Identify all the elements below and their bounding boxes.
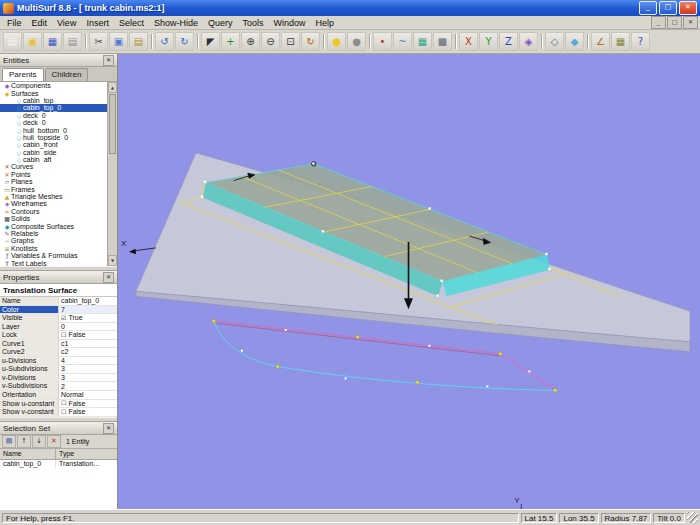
zoom-out-icon[interactable]: ⊖ — [261, 32, 280, 51]
scrollbar-thumb[interactable] — [109, 94, 116, 154]
tree-item[interactable]: ▲ Triangle Meshes — [0, 193, 117, 200]
mdi-close-button[interactable]: ✕ — [683, 16, 698, 29]
tree-item[interactable]: ◆ Composite Surfaces — [0, 222, 117, 229]
tree-item[interactable]: ✕ Curves — [0, 163, 117, 170]
property-value[interactable]: c1 — [59, 340, 117, 348]
entities-scrollbar[interactable]: ▲ ▼ — [107, 82, 117, 266]
view-x-icon[interactable]: X — [459, 32, 478, 51]
property-value[interactable]: 2 — [59, 382, 117, 390]
help-icon[interactable]: ? — [631, 32, 650, 51]
column-header-type[interactable]: Type — [56, 449, 74, 459]
selection-down-icon[interactable]: ↓ — [32, 435, 46, 448]
tree-item[interactable]: ~ Graphs — [0, 237, 117, 244]
tree-item[interactable]: ◇ cabin_aft — [0, 156, 117, 163]
property-row[interactable]: v-Subdivisions 2 — [0, 382, 117, 391]
tree-item[interactable]: ≈ Contours — [0, 208, 117, 215]
property-row[interactable]: Curve1 c1 — [0, 340, 117, 349]
tree-item[interactable]: ◇ cabin_front — [0, 141, 117, 148]
zoom-window-icon[interactable]: ⊡ — [281, 32, 300, 51]
property-value[interactable]: Normal — [59, 391, 117, 399]
property-row[interactable]: v-Divisions 3 — [0, 374, 117, 383]
wireframe-icon[interactable]: ◇ — [545, 32, 564, 51]
scroll-up-icon[interactable]: ▲ — [108, 82, 117, 93]
property-value[interactable]: 3 — [59, 365, 117, 373]
checkbox-icon[interactable]: ☐ — [61, 400, 66, 406]
menu-item[interactable]: Tools — [237, 17, 268, 29]
resize-grip[interactable] — [687, 512, 698, 523]
maximize-button[interactable]: □ — [659, 1, 677, 15]
property-row[interactable]: u-Divisions 4 — [0, 357, 117, 366]
menu-item[interactable]: Help — [311, 17, 340, 29]
toolbar-button[interactable] — [585, 33, 590, 50]
column-header-name[interactable]: Name — [0, 449, 56, 459]
toolbar-button[interactable] — [195, 33, 200, 50]
tree-item[interactable]: ◆ Surfaces — [0, 89, 117, 96]
tree-item[interactable]: ■ Solids — [0, 215, 117, 222]
tree-item[interactable]: ≡ Knotlists — [0, 245, 117, 252]
grid-icon[interactable]: ▦ — [611, 32, 630, 51]
tree-item[interactable]: ▱ Planes — [0, 178, 117, 185]
tree-item[interactable]: ◈ Wireframes — [0, 200, 117, 207]
property-row[interactable]: Show u-constant ☐False — [0, 400, 117, 409]
minimize-button[interactable]: _ — [639, 1, 657, 15]
select-arrow-icon[interactable]: ◤ — [201, 32, 220, 51]
view-z-icon[interactable]: Z — [499, 32, 518, 51]
menu-item[interactable]: Select — [114, 17, 149, 29]
toolbar-button[interactable] — [367, 33, 372, 50]
insert-point-icon[interactable]: • — [373, 32, 392, 51]
mdi-restore-button[interactable]: □ — [667, 16, 682, 29]
tree-item[interactable]: ◇ cabin_side — [0, 149, 117, 156]
close-selection-icon[interactable]: ✕ — [103, 423, 114, 434]
rotate-view-icon[interactable]: ↻ — [301, 32, 320, 51]
zoom-in-icon[interactable]: ⊕ — [241, 32, 260, 51]
view-iso-icon[interactable]: ◈ — [519, 32, 538, 51]
toolbar-button[interactable] — [149, 33, 154, 50]
copy-icon[interactable]: ▣ — [109, 32, 128, 51]
selection-up-icon[interactable]: ↑ — [17, 435, 31, 448]
property-row[interactable]: Name cabin_top_0 — [0, 297, 117, 306]
show-entity-icon[interactable]: ● — [327, 32, 346, 51]
checkbox-icon[interactable]: ☑ — [61, 315, 66, 321]
tree-item[interactable]: ◇ hull_bottom_0 — [0, 126, 117, 133]
scroll-down-icon[interactable]: ▼ — [108, 255, 117, 266]
tree-item[interactable]: ◇ deck_0 — [0, 112, 117, 119]
property-row[interactable]: Lock ☐False — [0, 331, 117, 340]
checkbox-icon[interactable]: ☐ — [61, 409, 66, 415]
tree-item[interactable]: T Text Labels — [0, 259, 117, 266]
property-value[interactable]: 0 — [59, 323, 117, 331]
pan-icon[interactable]: + — [221, 32, 240, 51]
toolbar-button[interactable] — [539, 33, 544, 50]
property-value[interactable]: 4 — [59, 357, 117, 365]
property-row[interactable]: Orientation Normal — [0, 391, 117, 400]
property-value[interactable]: c2 — [59, 348, 117, 356]
save-icon[interactable]: ▦ — [43, 32, 62, 51]
property-row[interactable]: Show v-constant ☐False — [0, 408, 117, 417]
measure-icon[interactable]: ∠ — [591, 32, 610, 51]
menu-item[interactable]: View — [52, 17, 81, 29]
entities-tab[interactable]: Children — [45, 68, 89, 81]
selection-clear-icon[interactable]: ✕ — [47, 435, 61, 448]
mdi-minimize-button[interactable]: _ — [651, 16, 666, 29]
tree-item[interactable]: ▭ Frames — [0, 185, 117, 192]
property-row[interactable]: Curve2 c2 — [0, 348, 117, 357]
menu-item[interactable]: Window — [268, 17, 310, 29]
viewport-3d[interactable]: X Y — [118, 54, 700, 509]
insert-surface-icon[interactable]: ▦ — [413, 32, 432, 51]
menu-item[interactable]: Insert — [81, 17, 114, 29]
property-value[interactable]: ☐False — [59, 408, 117, 416]
property-value[interactable]: ☐False — [59, 331, 117, 339]
table-row[interactable]: cabin_top_0 Translation... — [0, 460, 117, 468]
property-value[interactable]: 7 — [59, 306, 117, 314]
print-icon[interactable]: ▤ — [63, 32, 82, 51]
menu-item[interactable]: Edit — [27, 17, 53, 29]
toolbar-button[interactable] — [321, 33, 326, 50]
property-value[interactable]: cabin_top_0 — [59, 297, 117, 305]
property-row[interactable]: Layer 0 — [0, 323, 117, 332]
menu-item[interactable]: Query — [203, 17, 238, 29]
view-y-icon[interactable]: Y — [479, 32, 498, 51]
paste-icon[interactable]: ▤ — [129, 32, 148, 51]
property-row[interactable]: Visible ☑True — [0, 314, 117, 323]
property-value[interactable]: ☑True — [59, 314, 117, 322]
close-entities-icon[interactable]: ✕ — [103, 55, 114, 66]
checkbox-icon[interactable]: ☐ — [61, 332, 66, 338]
